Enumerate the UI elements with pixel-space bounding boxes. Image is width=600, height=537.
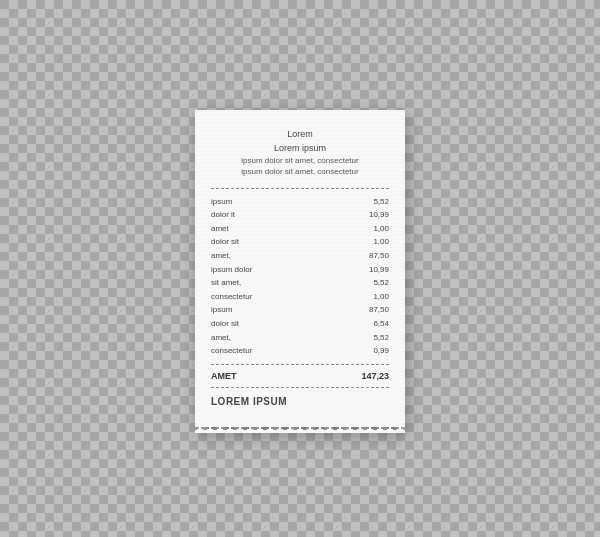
item-name: dolor sit (211, 317, 353, 331)
item-name: amet, (211, 331, 353, 345)
line-item: ipsum87,50 (211, 303, 389, 317)
item-price: 1,00 (353, 290, 389, 304)
line-item: consectetur1,00 (211, 290, 389, 304)
line-item: amet1,00 (211, 222, 389, 236)
line-item: amet,5,52 (211, 331, 389, 345)
item-name: ipsum dolor (211, 263, 353, 277)
line-item: ipsum dolor10,99 (211, 263, 389, 277)
item-name: sit amet, (211, 276, 353, 290)
item-name: dolor it (211, 208, 353, 222)
receipt-header: Lorem Lorem ipsum ipsum dolor sit amet, … (211, 128, 389, 177)
receipt-desc2: ipsum dolor sit amet, consectetur (211, 166, 389, 177)
receipt-title: Lorem (211, 128, 389, 142)
divider-bottom (211, 364, 389, 365)
item-price: 0,99 (353, 344, 389, 358)
line-item: sit amet,5,52 (211, 276, 389, 290)
item-price: 5,52 (353, 331, 389, 345)
item-name: consectetur (211, 344, 353, 358)
receipt-wrapper: Lorem Lorem ipsum ipsum dolor sit amet, … (195, 110, 405, 427)
line-item: dolor sit6,54 (211, 317, 389, 331)
divider-top (211, 188, 389, 189)
receipt-subtitle: Lorem ipsum (211, 142, 389, 156)
item-name: ipsum (211, 303, 353, 317)
total-value: 147,23 (361, 371, 389, 381)
item-price: 5,52 (353, 276, 389, 290)
background: Lorem Lorem ipsum ipsum dolor sit amet, … (0, 0, 600, 537)
receipt: Lorem Lorem ipsum ipsum dolor sit amet, … (195, 110, 405, 427)
item-price: 10,99 (353, 208, 389, 222)
item-price: 6,54 (353, 317, 389, 331)
item-price: 87,50 (353, 303, 389, 317)
item-name: amet, (211, 249, 353, 263)
line-item: ipsum5,52 (211, 195, 389, 209)
item-price: 1,00 (353, 235, 389, 249)
line-items: ipsum5,52dolor it10,99amet1,00dolor sit1… (211, 195, 389, 358)
item-price: 1,00 (353, 222, 389, 236)
item-price: 10,99 (353, 263, 389, 277)
total-row: AMET 147,23 (211, 371, 389, 381)
item-name: consectetur (211, 290, 353, 304)
item-price: 5,52 (353, 195, 389, 209)
line-item: amet,87,50 (211, 249, 389, 263)
item-price: 87,50 (353, 249, 389, 263)
item-name: dolor sit (211, 235, 353, 249)
line-item: dolor sit1,00 (211, 235, 389, 249)
line-item: dolor it10,99 (211, 208, 389, 222)
item-name: amet (211, 222, 353, 236)
divider-footer (211, 387, 389, 388)
footer-label: LOREM IPSUM (211, 396, 389, 407)
receipt-desc1: ipsum dolor sit amet, consectetur (211, 155, 389, 166)
item-name: ipsum (211, 195, 353, 209)
line-item: consectetur0,99 (211, 344, 389, 358)
total-label: AMET (211, 371, 237, 381)
